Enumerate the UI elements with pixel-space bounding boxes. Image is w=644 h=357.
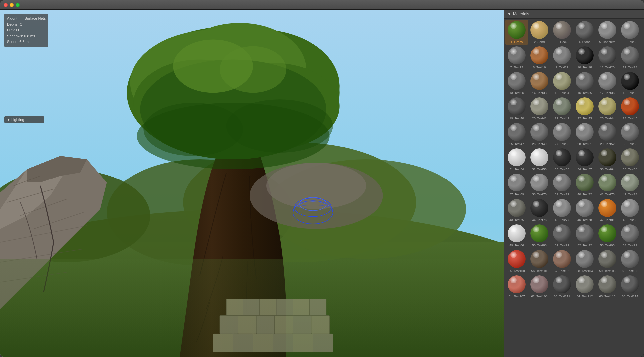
material-sphere-4 [576, 21, 594, 39]
material-item-4[interactable]: 4. Stone [573, 20, 596, 45]
material-label-6: 6. Test8 [619, 40, 641, 44]
lighting-button[interactable]: ▶ Lighting [4, 116, 44, 123]
material-item-33[interactable]: 33. Test56 [551, 147, 573, 172]
material-item-18[interactable]: 18. Test39 [619, 71, 641, 96]
material-item-40[interactable]: 40. Test72 [573, 173, 596, 197]
material-item-51[interactable]: 51. Test91 [551, 223, 573, 248]
material-item-12[interactable]: 12. Test24 [619, 45, 641, 70]
material-item-50[interactable]: 50. Test88 [528, 223, 551, 248]
material-label-2: 2. Sand [529, 40, 550, 44]
material-label-53: 53. Test93 [597, 243, 618, 247]
material-item-37[interactable]: 37. Test69 [505, 173, 528, 197]
material-item-57[interactable]: 57. Test102 [551, 249, 573, 274]
material-item-62[interactable]: 62. Test108 [528, 274, 551, 299]
material-item-28[interactable]: 28. Test51 [573, 122, 596, 147]
material-item-14[interactable]: 14. Test33 [528, 71, 551, 96]
material-sphere-40 [576, 174, 594, 191]
material-item-1[interactable]: 1. Grass [505, 20, 528, 45]
material-item-6[interactable]: 6. Test8 [619, 20, 641, 45]
main-content: Algorithm: Surface Nets Debris: On FPS: … [0, 10, 644, 357]
material-item-29[interactable]: 29. Test52 [596, 122, 619, 147]
minimize-button[interactable] [10, 3, 14, 7]
material-label-64: 64. Test112 [574, 294, 595, 298]
material-sphere-50 [530, 224, 548, 242]
material-item-35[interactable]: 35. Test64 [596, 147, 619, 172]
material-label-13: 13. Test26 [506, 91, 527, 95]
material-item-53[interactable]: 53. Test93 [596, 223, 619, 248]
maximize-button[interactable] [16, 3, 20, 7]
material-label-10: 10. Test18 [574, 65, 595, 69]
material-item-38[interactable]: 38. Test70 [528, 173, 551, 197]
material-item-8[interactable]: 8. Test16 [528, 45, 551, 70]
material-item-60[interactable]: 60. Test106 [619, 249, 641, 274]
material-sphere-20 [530, 97, 548, 115]
material-sphere-32 [530, 148, 548, 166]
material-item-65[interactable]: 65. Test113 [596, 274, 619, 299]
material-item-9[interactable]: 9. Test17 [551, 45, 573, 70]
material-sphere-21 [553, 97, 571, 115]
material-item-55[interactable]: 55. Test100 [505, 249, 528, 274]
material-item-66[interactable]: 66. Test114 [619, 274, 641, 299]
material-item-59[interactable]: 59. Test105 [596, 249, 619, 274]
material-label-9: 9. Test17 [551, 65, 573, 69]
material-item-49[interactable]: 49. Test86 [505, 223, 528, 248]
material-item-27[interactable]: 27. Test50 [551, 122, 573, 147]
material-item-21[interactable]: 21. Test42 [551, 96, 573, 121]
material-item-23[interactable]: 23. Test44 [596, 96, 619, 121]
material-sphere-29 [598, 123, 616, 141]
material-item-30[interactable]: 30. Test53 [619, 122, 641, 147]
material-item-48[interactable]: 48. Test85 [619, 198, 641, 223]
material-item-20[interactable]: 20. Test41 [528, 96, 551, 121]
material-label-63: 63. Test111 [551, 294, 573, 298]
materials-row: 37. Test6938. Test7039. Test7140. Test72… [505, 173, 642, 197]
material-item-10[interactable]: 10. Test18 [573, 45, 596, 70]
material-item-34[interactable]: 34. Test57 [573, 147, 596, 172]
material-label-12: 12. Test24 [619, 65, 641, 69]
material-item-45[interactable]: 45. Test77 [551, 198, 573, 223]
material-item-13[interactable]: 13. Test26 [505, 71, 528, 96]
material-item-39[interactable]: 39. Test71 [551, 173, 573, 197]
material-label-22: 22. Test43 [574, 116, 595, 120]
material-item-3[interactable]: 3. Rock [551, 20, 573, 45]
material-item-15[interactable]: 15. Test34 [551, 71, 573, 96]
material-item-64[interactable]: 64. Test112 [573, 274, 596, 299]
material-item-52[interactable]: 52. Test92 [573, 223, 596, 248]
material-item-42[interactable]: 42. Test74 [619, 173, 641, 197]
material-item-44[interactable]: 44. Test76 [528, 198, 551, 223]
material-sphere-11 [598, 46, 616, 64]
material-item-22[interactable]: 22. Test43 [573, 96, 596, 121]
material-sphere-46 [576, 199, 594, 217]
material-item-19[interactable]: 19. Test40 [505, 96, 528, 121]
material-item-25[interactable]: 25. Test47 [505, 122, 528, 147]
material-item-7[interactable]: 7. Test12 [505, 45, 528, 70]
material-sphere-42 [621, 174, 639, 191]
material-item-11[interactable]: 11. Test20 [596, 45, 619, 70]
material-item-43[interactable]: 43. Test75 [505, 198, 528, 223]
material-label-40: 40. Test72 [574, 192, 595, 196]
viewport-3d[interactable]: Algorithm: Surface Nets Debris: On FPS: … [0, 10, 504, 357]
material-item-16[interactable]: 16. Test35 [573, 71, 596, 96]
material-item-17[interactable]: 17. Test36 [596, 71, 619, 96]
material-item-47[interactable]: 47. Test81 [596, 198, 619, 223]
material-item-2[interactable]: 2. Sand [528, 20, 551, 45]
material-item-36[interactable]: 36. Test68 [619, 147, 641, 172]
materials-grid[interactable]: 1. Grass2. Sand3. Rock4. Stone5. Concret… [504, 19, 644, 357]
material-item-32[interactable]: 32. Test55 [528, 147, 551, 172]
material-item-24[interactable]: 24. Test46 [619, 96, 641, 121]
material-item-31[interactable]: 31. Test54 [505, 147, 528, 172]
material-item-61[interactable]: 61. Test107 [505, 274, 528, 299]
material-label-49: 49. Test86 [506, 243, 527, 247]
material-label-62: 62. Test108 [529, 294, 550, 298]
material-item-54[interactable]: 54. Test99 [619, 223, 641, 248]
material-item-58[interactable]: 58. Test104 [573, 249, 596, 274]
material-item-41[interactable]: 41. Test73 [596, 173, 619, 197]
material-sphere-10 [576, 46, 594, 64]
material-label-54: 54. Test99 [619, 243, 641, 247]
material-item-56[interactable]: 56. Test101 [528, 249, 551, 274]
material-item-46[interactable]: 46. Test78 [573, 198, 596, 223]
material-sphere-63 [553, 275, 571, 293]
close-button[interactable] [4, 3, 8, 7]
material-item-5[interactable]: 5. Concrete [596, 20, 619, 45]
material-item-26[interactable]: 26. Test49 [528, 122, 551, 147]
material-item-63[interactable]: 63. Test111 [551, 274, 573, 299]
